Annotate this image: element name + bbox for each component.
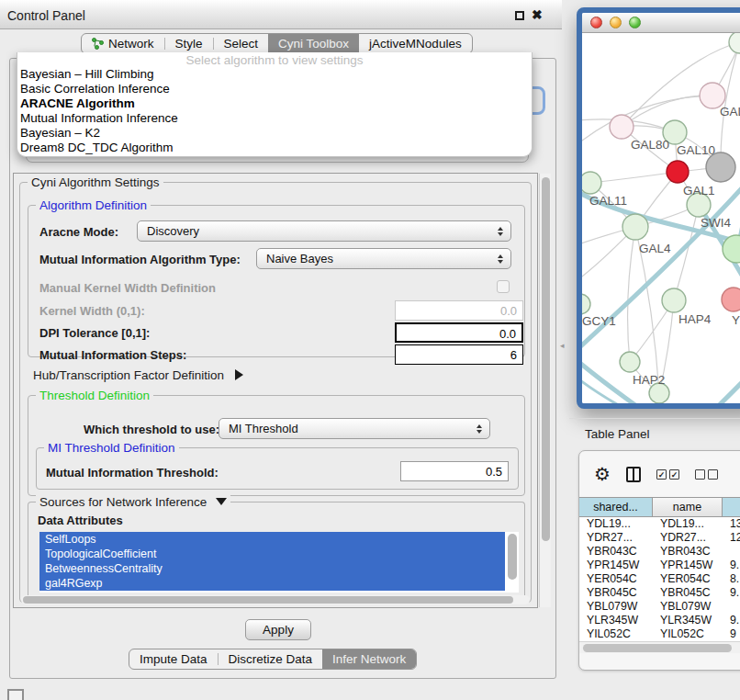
- algorithm-option-mutual-information-inference[interactable]: Mutual Information Inference: [17, 111, 532, 126]
- network-node-gcy1[interactable]: [582, 294, 590, 314]
- deselect-all-checkboxes-icon[interactable]: [695, 469, 718, 480]
- table-row[interactable]: YBL079WYBL079W: [579, 600, 740, 614]
- network-node-gal1-red[interactable]: [667, 161, 689, 183]
- table-row[interactable]: YPR145WYPR145W9.: [579, 559, 740, 572]
- algorithm-option-basic-correlation-inference[interactable]: Basic Correlation Inference: [17, 82, 532, 96]
- algorithm-option-bayesian-hill-climbing[interactable]: Bayesian – Hill Climbing: [17, 67, 532, 82]
- table-cell[interactable]: [723, 545, 740, 559]
- attribute-item-selfloops[interactable]: SelfLoops: [39, 532, 505, 547]
- dpi-tolerance-field[interactable]: 0.0: [395, 322, 523, 343]
- panel-splitter-mark[interactable]: ◂: [560, 341, 565, 350]
- table-row[interactable]: YBR043CYBR043C: [579, 545, 740, 559]
- tab-discretize-data[interactable]: Discretize Data: [219, 649, 323, 669]
- list-vertical-scrollbar[interactable]: [508, 534, 517, 588]
- table-cell[interactable]: 9.: [723, 586, 740, 600]
- network-node-gal80[interactable]: [610, 115, 633, 139]
- table-cell[interactable]: YER054C: [653, 572, 723, 586]
- tab-network[interactable]: Network: [82, 34, 164, 53]
- network-edge[interactable]: [590, 172, 678, 183]
- zoom-button[interactable]: [629, 17, 641, 28]
- float-window-icon[interactable]: [515, 11, 524, 20]
- table-horizontal-scrollbar[interactable]: [579, 641, 740, 653]
- network-edge[interactable]: [711, 350, 740, 409]
- sources-group: Sources for Network Inference Data Attri…: [28, 502, 525, 603]
- network-node-salmon-node[interactable]: [722, 288, 740, 311]
- attribute-item-gal4rgexp[interactable]: gal4RGexp: [39, 576, 505, 591]
- mi-threshold-field[interactable]: 0.5: [400, 461, 509, 481]
- table-cell[interactable]: YIL052C: [579, 627, 653, 641]
- table-cell[interactable]: YBL079W: [579, 600, 653, 614]
- table-row[interactable]: YER054CYER054C8.: [579, 572, 740, 586]
- network-graph[interactable]: GALGAL80GAL10GAL1GAL11SWI4GAL4GCY1HAP4YH…: [582, 33, 740, 409]
- minimize-button[interactable]: [610, 17, 622, 28]
- table-cell[interactable]: 13: [723, 517, 740, 531]
- which-threshold-combo[interactable]: MI Threshold: [219, 418, 490, 439]
- network-node-hap4[interactable]: [662, 288, 686, 312]
- algorithm-option-dream8-dc-tdc-algorithm[interactable]: Dream8 DC_TDC Algorithm: [17, 141, 532, 155]
- table-cell[interactable]: YBR045C: [653, 586, 723, 600]
- tab-style[interactable]: Style: [165, 34, 213, 53]
- column-header-name[interactable]: name: [653, 498, 723, 516]
- table-cell[interactable]: [723, 600, 740, 614]
- mi-steps-field[interactable]: 6: [395, 344, 523, 365]
- mi-type-combo[interactable]: Naive Bayes: [256, 248, 511, 269]
- table-cell[interactable]: YPR145W: [653, 559, 723, 572]
- aracne-mode-value: Discovery: [138, 224, 493, 238]
- table-row[interactable]: YIL052CYIL052C9: [579, 627, 740, 641]
- table-cell[interactable]: YBL079W: [653, 600, 723, 614]
- network-node-hap2[interactable]: [620, 352, 640, 372]
- table-cell[interactable]: YDL19...: [579, 517, 653, 531]
- settings-horizontal-scrollbar[interactable]: [21, 595, 530, 604]
- columns-icon[interactable]: [626, 467, 641, 482]
- table-row[interactable]: YLR345WYLR345W9.: [579, 614, 740, 627]
- table-cell[interactable]: YPR145W: [579, 559, 653, 572]
- table-row[interactable]: YDL19...YDL19...13: [579, 517, 740, 531]
- table-cell[interactable]: 9: [723, 627, 740, 641]
- dock-panel-icon[interactable]: [7, 689, 24, 700]
- table-cell[interactable]: YBR045C: [579, 586, 653, 600]
- tab-select[interactable]: Select: [214, 34, 269, 53]
- manual-kernel-checkbox[interactable]: [497, 280, 510, 293]
- table-cell[interactable]: YDL19...: [653, 517, 723, 531]
- tab-impute-data[interactable]: Impute Data: [129, 649, 218, 669]
- network-node-gal11[interactable]: [582, 172, 601, 194]
- table-cell[interactable]: YLR345W: [579, 614, 653, 627]
- network-node-gal4[interactable]: [622, 214, 648, 240]
- hub-definition-expander[interactable]: Hub/Transcription Factor Definition: [33, 368, 243, 382]
- settings-vertical-scrollbar[interactable]: [539, 174, 551, 607]
- table-cell[interactable]: YBR043C: [579, 545, 653, 559]
- algorithm-option-aracne-algorithm[interactable]: ARACNE Algorithm: [17, 96, 532, 111]
- apply-button[interactable]: Apply: [245, 619, 311, 640]
- select-all-checkboxes-icon[interactable]: ✓✓: [656, 469, 679, 480]
- table-row[interactable]: YDR27...YDR27...12: [579, 531, 740, 545]
- close-button[interactable]: [590, 17, 602, 28]
- column-header-extra[interactable]: [723, 498, 740, 516]
- tab-label: jActiveMNodules: [369, 37, 462, 51]
- attribute-item-betweennesscentrality[interactable]: BetweennessCentrality: [39, 561, 505, 576]
- table-cell[interactable]: YIL052C: [653, 627, 723, 641]
- table-cell[interactable]: YDR27...: [653, 531, 723, 545]
- table-cell[interactable]: 9.: [723, 614, 740, 627]
- table-row[interactable]: YBR045CYBR045C9.: [579, 586, 740, 600]
- table-cell[interactable]: 12: [723, 531, 740, 545]
- network-canvas[interactable]: GALGAL80GAL10GAL1GAL11SWI4GAL4GCY1HAP4YH…: [582, 33, 740, 409]
- algorithm-option-bayesian-k2[interactable]: Bayesian – K2: [17, 126, 532, 141]
- data-attributes-list[interactable]: SelfLoopsTopologicalCoefficientBetweenne…: [39, 532, 519, 593]
- column-header-shared-[interactable]: shared...: [579, 498, 653, 516]
- kernel-width-field[interactable]: 0.0: [395, 300, 523, 321]
- table-cell[interactable]: 8.: [723, 572, 740, 586]
- aracne-mode-combo[interactable]: Discovery: [137, 220, 511, 242]
- table-cell[interactable]: YDR27...: [579, 531, 653, 545]
- gear-icon[interactable]: ⚙: [594, 465, 611, 483]
- sources-title[interactable]: Sources for Network Inference: [36, 495, 230, 509]
- table-cell[interactable]: YLR345W: [653, 614, 723, 627]
- network-node-top-right[interactable]: [729, 33, 740, 53]
- attribute-item-topologicalcoefficient[interactable]: TopologicalCoefficient: [39, 547, 505, 561]
- table-cell[interactable]: YBR043C: [653, 545, 723, 559]
- close-icon[interactable]: ✖: [532, 7, 543, 22]
- tab-jactivemnodules[interactable]: jActiveMNodules: [359, 34, 472, 53]
- tab-cyni-toolbox[interactable]: Cyni Toolbox: [268, 34, 359, 53]
- table-cell[interactable]: YER054C: [579, 572, 653, 586]
- tab-infer-network[interactable]: Infer Network: [322, 649, 416, 669]
- table-cell[interactable]: 9.: [723, 559, 740, 572]
